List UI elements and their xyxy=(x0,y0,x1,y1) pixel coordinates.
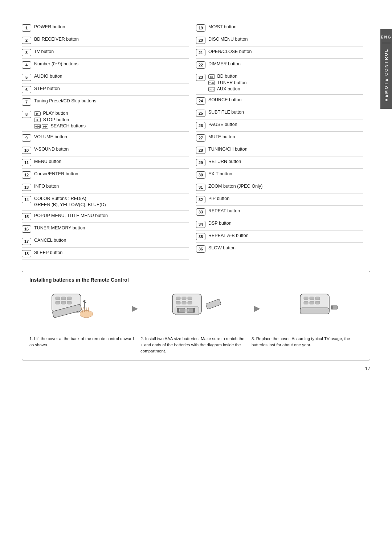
battery-svg-1 xyxy=(41,290,106,327)
svg-rect-3 xyxy=(61,297,66,300)
item-label-1: POWER button xyxy=(34,24,65,30)
item-num-36: 36 xyxy=(196,245,205,253)
item-num-27: 27 xyxy=(196,134,205,142)
svg-rect-33 xyxy=(315,297,320,300)
item-num-13: 13 xyxy=(22,184,31,191)
item-num-21: 21 xyxy=(196,49,205,56)
list-item-17: 17CANCEL button xyxy=(22,235,189,248)
list-item-30: 30EXIT button xyxy=(196,169,363,181)
item-label-20: DISC MENU button xyxy=(208,36,248,43)
battery-step-num-3: 3. xyxy=(252,336,256,341)
battery-step-text-1: Lift the cover at the back of the remote… xyxy=(29,336,134,347)
svg-rect-27 xyxy=(188,301,192,304)
svg-text:+: + xyxy=(188,309,189,311)
svg-rect-4 xyxy=(67,297,72,300)
list-item-1: 1POWER button xyxy=(22,22,189,34)
list-item-31: 31ZOOM button (JPEG Only) xyxy=(196,181,363,193)
item-num-8: 8 xyxy=(22,111,31,118)
side-tab-label: REMOTE CONTROL xyxy=(382,45,391,105)
item-num-31: 31 xyxy=(196,184,205,191)
item-num-34: 34 xyxy=(196,221,205,228)
list-item-35: 35REPEAT A-B button xyxy=(196,230,363,243)
item-num-3: 3 xyxy=(22,49,31,56)
search-next-icon: ▶▶ xyxy=(42,124,48,128)
list-item-12: 12Cursor/ENTER button xyxy=(22,169,189,181)
search-prev-icon: ◀◀ xyxy=(34,124,41,128)
list-item-22: 22DIMMER button xyxy=(196,59,363,71)
svg-rect-23 xyxy=(182,297,186,300)
play-icon: ▶ xyxy=(34,111,41,116)
item-label-11: MENU button xyxy=(34,159,61,165)
list-item-14: 14COLOR Buttons : RED(A),GREEN (B), YELL… xyxy=(22,193,189,211)
svg-rect-35 xyxy=(310,301,314,304)
item-label-7: Tuning Preset/CD Skip buttons xyxy=(34,98,96,105)
svg-line-12 xyxy=(86,307,86,311)
svg-rect-26 xyxy=(182,301,186,304)
svg-rect-38 xyxy=(331,306,332,309)
item-num-20: 20 xyxy=(196,37,205,44)
list-item-28: 28TUNING/CH button xyxy=(196,144,363,156)
battery-step-num-2: 2. xyxy=(140,336,145,341)
item-label-9: VOLUME button xyxy=(34,134,67,140)
item-label-33: REPEAT button xyxy=(208,208,240,215)
page-number: 17 xyxy=(365,366,370,371)
list-item-19: 19MO/ST button xyxy=(196,22,363,34)
item-num-24: 24 xyxy=(196,97,205,105)
svg-rect-36 xyxy=(315,301,320,304)
list-item-16: 16TUNER MEMORY button xyxy=(22,223,189,235)
item-label-29: RETURN button xyxy=(208,159,241,165)
item-label-35: REPEAT A-B button xyxy=(208,233,249,239)
list-item-8: 8▶ PLAY button■ STOP button◀◀▶▶ SEARCH b… xyxy=(22,108,189,132)
svg-rect-34 xyxy=(304,301,308,304)
battery-svg-3 xyxy=(286,290,351,327)
item-num-35: 35 xyxy=(196,233,205,240)
svg-rect-31 xyxy=(304,297,308,300)
list-item-11: 11MENU button xyxy=(22,156,189,169)
tuner-icon: TUN xyxy=(208,81,215,85)
button-list-section: 1POWER button2BD RECEIVER button3TV butt… xyxy=(22,22,370,260)
item-num-29: 29 xyxy=(196,159,205,166)
item-label-34: DSP button xyxy=(208,220,232,227)
item-label-3: TV button xyxy=(34,49,54,55)
svg-text:+: + xyxy=(179,309,180,311)
battery-step-3-text: 3. Replace the cover. Assuming typical T… xyxy=(252,336,363,355)
battery-title: Installing batteries in the Remote Contr… xyxy=(29,277,363,283)
side-tab: ENG REMOTE CONTROL xyxy=(380,29,392,109)
battery-step-2-text: 2. Install two AAA size batteries. Make … xyxy=(140,336,252,355)
list-item-36: 36SLOW button xyxy=(196,243,363,255)
list-item-5: 5AUDIO button xyxy=(22,71,189,83)
item-label-36: SLOW button xyxy=(208,245,236,252)
list-item-26: 26PAUSE button xyxy=(196,119,363,132)
item-label-18: SLEEP button xyxy=(34,250,62,256)
list-item-20: 20DISC MENU button xyxy=(196,34,363,46)
item-num-26: 26 xyxy=(196,122,205,129)
battery-steps: 1. Lift the cover at the back of the rem… xyxy=(29,336,363,355)
item-label-16: TUNER MEMORY button xyxy=(34,225,85,232)
item-num-32: 32 xyxy=(196,196,205,203)
item-label-19: MO/ST button xyxy=(208,24,237,30)
item-label-14: COLOR Buttons : RED(A),GREEN (B), YELLOW… xyxy=(34,196,106,208)
item-label-2: BD RECEIVER button xyxy=(34,36,79,43)
battery-installation-section: Installing batteries in the Remote Contr… xyxy=(22,271,370,361)
battery-diagram-1 xyxy=(37,289,110,328)
item-num-22: 22 xyxy=(196,61,205,69)
svg-rect-2 xyxy=(56,297,60,300)
item-num-10: 10 xyxy=(22,147,31,154)
item-num-18: 18 xyxy=(22,250,31,257)
arrow-2: ► xyxy=(252,303,262,314)
item-label-31: ZOOM button (JPEG Only) xyxy=(208,183,262,190)
list-item-13: 13INFO button xyxy=(22,181,189,193)
svg-rect-22 xyxy=(176,297,180,300)
list-item-3: 3TV button xyxy=(22,46,189,59)
list-item-15: 15POPUP MENU, TITLE MENU button xyxy=(22,211,189,223)
item-num-25: 25 xyxy=(196,110,205,117)
svg-rect-24 xyxy=(188,297,192,300)
item-num-11: 11 xyxy=(22,159,31,166)
item-num-7: 7 xyxy=(22,98,31,106)
page-content: ENG REMOTE CONTROL 1POWER button2BD RECE… xyxy=(0,0,392,382)
list-item-6: 6STEP button xyxy=(22,83,189,96)
battery-step-text-3: Replace the cover. Assuming typical TV u… xyxy=(252,336,350,347)
item-label-10: V-SOUND button xyxy=(34,146,69,153)
item-label-30: EXIT button xyxy=(208,171,232,177)
list-item-32: 32PIP button xyxy=(196,193,363,206)
